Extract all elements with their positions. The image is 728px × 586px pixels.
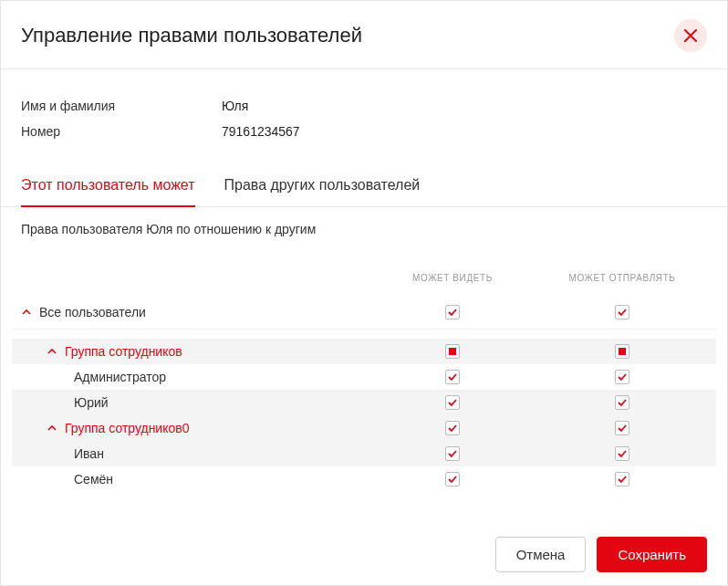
all-users-label: Все пользователи — [39, 305, 146, 319]
tab-others-rights[interactable]: Права других пользователей — [224, 177, 421, 206]
column-can-see: МОЖЕТ ВИДЕТЬ — [368, 273, 537, 283]
tab-user-can[interactable]: Этот пользователь может — [21, 177, 195, 206]
chevron-up-icon[interactable] — [47, 346, 57, 357]
row-ivan: Иван — [12, 441, 716, 466]
group1-label: Группа сотрудников — [65, 344, 182, 359]
yuri-label: Юрий — [74, 395, 109, 410]
row-group-1: Группа сотрудников — [12, 339, 716, 364]
number-label: Номер — [21, 124, 222, 139]
checkbox-ivan-send[interactable] — [615, 446, 629, 461]
chevron-up-icon[interactable] — [21, 307, 32, 318]
dialog-title: Управление правами пользователей — [21, 24, 362, 47]
checkbox-all-send[interactable] — [615, 305, 629, 319]
checkbox-group1-send[interactable] — [615, 344, 629, 359]
save-button[interactable]: Сохранить — [597, 537, 707, 572]
column-can-send: МОЖЕТ ОТПРАВЛЯТЬ — [537, 273, 707, 283]
name-value: Юля — [222, 99, 248, 113]
checkbox-group2-see[interactable] — [445, 421, 460, 435]
checkbox-ivan-see[interactable] — [445, 446, 460, 461]
subtitle-text: Права пользователя Юля по отношению к др… — [1, 207, 727, 244]
checkbox-group2-send[interactable] — [615, 421, 629, 435]
close-button[interactable] — [674, 19, 707, 52]
group2-label: Группа сотрудников0 — [65, 421, 190, 435]
checkbox-group1-see[interactable] — [445, 344, 460, 359]
close-icon — [684, 29, 697, 42]
row-all-users: Все пользователи — [12, 296, 716, 330]
row-yuri: Юрий — [12, 390, 716, 415]
checkbox-semen-send[interactable] — [615, 472, 629, 487]
row-admin: Администратор — [12, 364, 716, 390]
chevron-up-icon[interactable] — [47, 423, 57, 434]
checkbox-yuri-send[interactable] — [615, 395, 629, 410]
cancel-button[interactable]: Отмена — [495, 537, 587, 572]
admin-label: Администратор — [74, 370, 166, 384]
checkbox-semen-see[interactable] — [445, 472, 460, 487]
checkbox-admin-send[interactable] — [615, 370, 629, 384]
ivan-label: Иван — [74, 446, 104, 461]
row-group-2: Группа сотрудников0 — [12, 415, 716, 441]
name-label: Имя и фамилия — [21, 99, 222, 113]
checkbox-yuri-see[interactable] — [445, 395, 460, 410]
row-semen: Семён — [12, 466, 716, 492]
checkbox-admin-see[interactable] — [445, 370, 460, 384]
semen-label: Семён — [74, 472, 113, 487]
checkbox-all-see[interactable] — [445, 305, 460, 319]
number-value: 79161234567 — [222, 124, 300, 139]
